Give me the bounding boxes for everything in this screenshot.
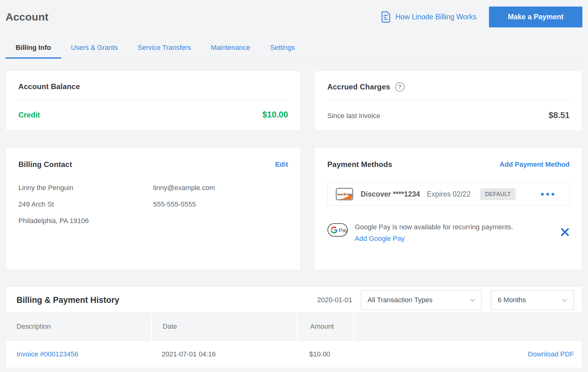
column-header-amount: Amount xyxy=(297,312,353,341)
how-billing-works-label: How Linode Billing Works xyxy=(396,13,477,21)
accrued-charges-label: Since last invoice xyxy=(327,112,380,120)
download-pdf-link[interactable]: Download PDF xyxy=(528,350,574,358)
accrued-charges-amount: $8.51 xyxy=(548,111,570,120)
invoice-link[interactable]: Invoice #000123456 xyxy=(17,350,78,358)
billing-address-column: Linny the Penguin 249 Arch St Philadelph… xyxy=(18,184,153,233)
accrued-charges-card: Accrued Charges ? Since last invoice $8.… xyxy=(315,71,582,131)
column-header-actions xyxy=(353,312,582,341)
google-pay-icon: Pay xyxy=(327,223,348,237)
column-header-date: Date xyxy=(151,312,297,341)
default-badge: DEFAULT xyxy=(480,188,516,200)
date-range-select[interactable]: 6 Months xyxy=(491,290,574,310)
contact-email: linny@example.com xyxy=(153,184,288,192)
table-row: Invoice #000123456 2021-07-01 04:16 $10.… xyxy=(6,341,582,368)
document-icon xyxy=(380,11,391,23)
tab-billing-info[interactable]: Billing Info xyxy=(6,38,61,59)
divider xyxy=(327,100,570,101)
billing-contact-column: linny@example.com 555-555-5555 xyxy=(153,184,288,233)
account-tabs: Billing Info Users & Grants Service Tran… xyxy=(6,38,582,59)
billing-contact-card: Billing Contact Edit Linny the Penguin 2… xyxy=(6,147,301,270)
account-page: Account How Linode Billing Works Make a … xyxy=(0,0,588,368)
tab-settings[interactable]: Settings xyxy=(260,38,305,59)
tab-maintenance[interactable]: Maintenance xyxy=(201,38,260,59)
tab-users-grants[interactable]: Users & Grants xyxy=(61,38,128,59)
transaction-type-select[interactable]: All Transaction Types xyxy=(361,290,482,310)
account-balance-title: Account Balance xyxy=(18,82,80,91)
discover-card-icon: DISC VER xyxy=(336,188,353,200)
billing-history-section: Billing & Payment History 2020-01-01 All… xyxy=(6,286,582,368)
svg-text:VER: VER xyxy=(346,193,352,196)
google-pay-promo: Pay Google Pay is now available for recu… xyxy=(327,223,570,243)
make-a-payment-button[interactable]: Make a Payment xyxy=(489,7,582,27)
close-icon[interactable] xyxy=(560,227,570,238)
billing-history-title: Billing & Payment History xyxy=(17,295,119,305)
google-pay-message: Google Pay is now available for recurrin… xyxy=(355,223,513,231)
question-mark-icon[interactable]: ? xyxy=(395,82,405,92)
page-header: Account How Linode Billing Works Make a … xyxy=(6,6,582,27)
summary-cards: Account Balance Credit $10.00 Accrued Ch… xyxy=(6,71,582,270)
how-billing-works-link[interactable]: How Linode Billing Works xyxy=(380,11,477,23)
svg-text:Pay: Pay xyxy=(339,227,348,233)
contact-street: 249 Arch St xyxy=(18,200,153,208)
contact-phone: 555-555-5555 xyxy=(153,200,288,208)
ellipsis-menu-icon[interactable] xyxy=(538,190,557,198)
card-expiry-label: Expires 02/22 xyxy=(427,190,471,198)
invoice-amount: $10.00 xyxy=(297,341,353,368)
svg-text:DISC: DISC xyxy=(337,193,343,196)
history-table-header: Description Date Amount xyxy=(6,312,582,341)
payment-methods-title: Payment Methods xyxy=(327,160,392,169)
balance-status-label: Credit xyxy=(18,111,40,119)
contact-city: Philadelphia, PA 19106 xyxy=(18,217,153,225)
invoice-date: 2021-07-01 04:16 xyxy=(151,341,297,368)
history-start-date: 2020-01-01 xyxy=(317,296,352,304)
transaction-type-value: All Transaction Types xyxy=(368,296,433,304)
divider xyxy=(18,100,288,100)
chevron-down-icon xyxy=(562,298,567,302)
balance-amount: $10.00 xyxy=(262,110,288,120)
page-title: Account xyxy=(6,11,48,23)
chevron-down-icon xyxy=(470,298,475,302)
column-header-description: Description xyxy=(6,312,151,341)
date-range-value: 6 Months xyxy=(498,296,526,304)
account-balance-card: Account Balance Credit $10.00 xyxy=(6,71,301,131)
card-number-label: Discover ****1234 xyxy=(361,190,420,198)
payment-method-row: DISC VER Discover ****1234 Expires 02/22… xyxy=(327,183,570,206)
billing-contact-title: Billing Contact xyxy=(18,160,72,169)
contact-name: Linny the Penguin xyxy=(18,184,153,192)
accrued-charges-title: Accrued Charges xyxy=(327,83,390,91)
billing-history-header: Billing & Payment History 2020-01-01 All… xyxy=(6,287,582,312)
payment-methods-card: Payment Methods Add Payment Method DISC … xyxy=(315,147,582,270)
edit-billing-contact-link[interactable]: Edit xyxy=(275,160,288,169)
add-payment-method-link[interactable]: Add Payment Method xyxy=(500,160,570,169)
add-google-pay-link[interactable]: Add Google Pay xyxy=(355,235,405,243)
tab-service-transfers[interactable]: Service Transfers xyxy=(128,38,201,59)
